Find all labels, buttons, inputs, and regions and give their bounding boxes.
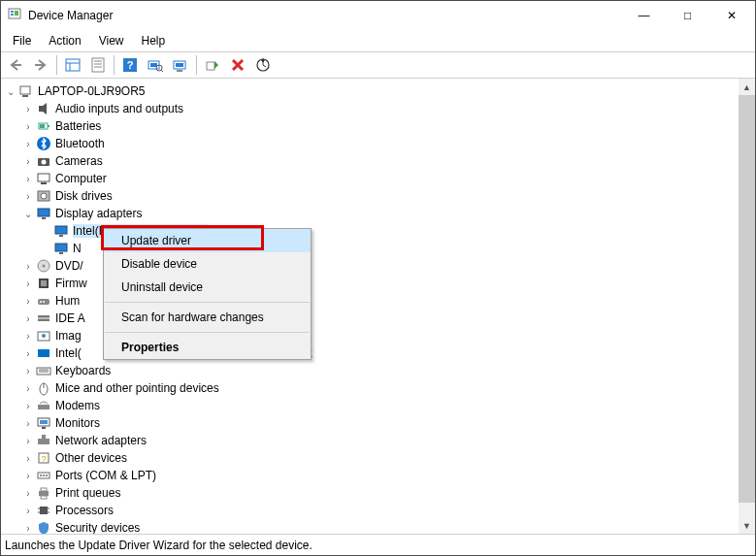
back-button[interactable]	[4, 53, 27, 77]
expand-icon[interactable]: ›	[20, 296, 36, 307]
uninstall-device-button[interactable]	[226, 53, 249, 77]
context-item-scan-for-hardware-changes[interactable]: Scan for hardware changes	[104, 306, 311, 329]
properties-button[interactable]	[86, 53, 110, 77]
expand-icon[interactable]: ›	[20, 366, 36, 376]
show-hide-tree-button[interactable]	[61, 53, 84, 77]
svg-line-16	[161, 70, 163, 72]
tree-category-13[interactable]: ›Keyboards	[1, 362, 739, 379]
svg-rect-19	[177, 70, 182, 72]
expand-icon[interactable]: ›	[20, 331, 36, 342]
enable-device-button[interactable]	[201, 53, 224, 77]
network-icon	[36, 433, 51, 448]
svg-rect-35	[41, 182, 47, 184]
expand-icon[interactable]: ›	[20, 191, 36, 202]
expand-icon[interactable]: ›	[20, 139, 36, 149]
svg-rect-7	[92, 58, 104, 72]
scroll-thumb[interactable]	[739, 95, 755, 503]
tree-category-2[interactable]: ›Bluetooth	[1, 135, 739, 152]
title-bar: Device Manager — □ ✕	[1, 1, 755, 30]
cpu-icon	[36, 503, 51, 518]
expand-icon[interactable]: ›	[20, 418, 36, 429]
tree-category-21[interactable]: ›Processors	[1, 502, 739, 519]
battery-icon	[36, 118, 51, 134]
tree-category-19[interactable]: ›Ports (COM & LPT)	[1, 467, 739, 484]
mouse-icon	[36, 380, 51, 396]
svg-rect-38	[38, 209, 49, 216]
ports-icon	[36, 468, 51, 483]
tree-category-14[interactable]: ›Mice and other pointing devices	[1, 379, 739, 397]
tree-item-label: Audio inputs and outputs	[55, 102, 187, 115]
help-icon[interactable]: ?	[118, 53, 142, 77]
window-title: Device Manager	[28, 9, 113, 22]
tree-item-label: N	[73, 242, 85, 255]
menu-view[interactable]: View	[91, 32, 132, 49]
scan-hardware-button[interactable]	[144, 53, 167, 77]
close-button[interactable]: ✕	[709, 1, 753, 30]
expand-icon[interactable]: ›	[20, 348, 36, 359]
svg-text:?: ?	[127, 59, 134, 71]
context-item-uninstall-device[interactable]: Uninstall device	[104, 276, 311, 299]
tree-item-label: IDE A	[55, 311, 89, 325]
tree-item-label: Disk drives	[55, 189, 116, 203]
tree-category-3[interactable]: ›Cameras	[1, 152, 739, 170]
vertical-scrollbar[interactable]: ▲ ▼	[739, 79, 755, 534]
scroll-down-icon[interactable]: ▼	[739, 517, 755, 534]
svg-rect-3	[15, 11, 18, 16]
expand-icon[interactable]: ›	[20, 436, 36, 446]
forward-button[interactable]	[29, 53, 52, 77]
expand-icon[interactable]: ›	[20, 261, 36, 272]
monitor-icon	[36, 415, 51, 431]
tree-item-label: Mice and other pointing devices	[55, 381, 223, 395]
expand-icon[interactable]: ›	[20, 156, 36, 167]
tree-category-6[interactable]: ⌄Display adapters	[1, 205, 739, 222]
expand-icon[interactable]: ›	[20, 401, 36, 411]
expand-icon[interactable]: ›	[20, 104, 36, 114]
menu-help[interactable]: Help	[134, 32, 174, 49]
svg-rect-43	[59, 252, 63, 254]
disk-icon	[36, 188, 51, 204]
svg-rect-73	[39, 491, 49, 496]
audio-icon	[36, 101, 51, 116]
tree-category-20[interactable]: ›Print queues	[1, 484, 739, 502]
expand-icon[interactable]: ›	[20, 313, 36, 324]
tree-item-label: Print queues	[55, 486, 124, 500]
context-item-disable-device[interactable]: Disable device	[104, 252, 311, 276]
tree-category-4[interactable]: ›Computer	[1, 170, 739, 187]
collapse-icon[interactable]: ⌄	[20, 209, 36, 219]
tree-category-15[interactable]: ›Modems	[1, 397, 739, 414]
dvd-icon	[36, 258, 51, 274]
expand-icon[interactable]: ›	[20, 278, 36, 289]
update-driver-button[interactable]	[169, 53, 192, 77]
app-icon	[7, 7, 22, 25]
tree-category-18[interactable]: ›?Other devices	[1, 449, 739, 467]
context-item-update-driver[interactable]: Update driver	[104, 229, 311, 252]
expand-icon[interactable]: ›	[20, 488, 36, 499]
expand-icon[interactable]: ›	[20, 506, 36, 516]
menu-action[interactable]: Action	[41, 32, 88, 49]
expand-icon[interactable]: ›	[20, 121, 36, 132]
maximize-button[interactable]: □	[666, 1, 709, 30]
expand-icon[interactable]: ›	[20, 383, 36, 394]
menu-file[interactable]: File	[5, 32, 39, 49]
expand-icon[interactable]: ›	[20, 453, 36, 464]
scroll-up-icon[interactable]: ▲	[739, 79, 755, 95]
svg-rect-76	[40, 507, 48, 514]
tree-category-1[interactable]: ›Batteries	[1, 117, 739, 135]
expand-icon[interactable]: ›	[20, 174, 36, 184]
scan-changes-button[interactable]	[251, 53, 275, 77]
collapse-icon[interactable]: ⌄	[3, 86, 18, 97]
tree-category-16[interactable]: ›Monitors	[1, 414, 739, 432]
expand-icon[interactable]: ›	[20, 471, 36, 481]
menu-separator	[105, 332, 310, 333]
context-item-properties[interactable]: Properties	[104, 336, 311, 359]
tree-root[interactable]: ⌄LAPTOP-0LJR9OR5	[1, 82, 739, 100]
expand-icon[interactable]: ›	[20, 523, 36, 534]
tree-category-0[interactable]: ›Audio inputs and outputs	[1, 100, 739, 117]
svg-rect-55	[38, 349, 49, 357]
minimize-button[interactable]: —	[622, 1, 666, 30]
tree-category-5[interactable]: ›Disk drives	[1, 187, 739, 205]
menu-bar: File Action View Help	[1, 30, 755, 51]
tree-category-22[interactable]: ›Security devices	[1, 519, 739, 534]
camera-icon	[36, 153, 51, 169]
tree-category-17[interactable]: ›Network adapters	[1, 432, 739, 449]
